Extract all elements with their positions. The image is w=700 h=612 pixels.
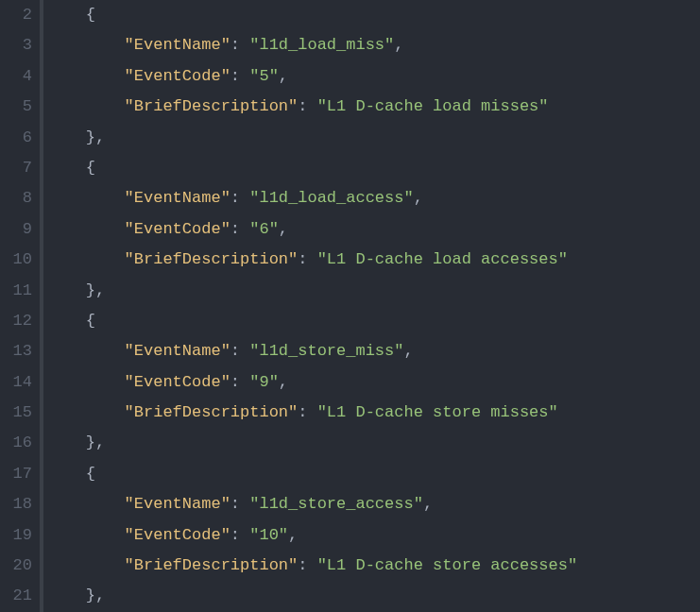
- code-line[interactable]: "EventName": "l1d_load_access",: [47, 183, 577, 213]
- token-k: "EventName": [47, 189, 230, 207]
- token-p: ,: [279, 220, 288, 238]
- token-p: ,: [394, 36, 403, 54]
- token-p: :: [298, 250, 316, 268]
- code-line[interactable]: },: [47, 276, 577, 306]
- code-line[interactable]: "BriefDescription": "L1 D-cache store mi…: [47, 398, 577, 428]
- token-p: :: [298, 403, 316, 421]
- code-line[interactable]: "EventCode": "9",: [47, 367, 577, 398]
- line-number: 5: [0, 92, 32, 122]
- code-line[interactable]: },: [47, 428, 577, 458]
- token-p: {: [47, 312, 95, 330]
- token-p: :: [230, 36, 249, 54]
- code-line[interactable]: "BriefDescription": "L1 D-cache load mis…: [47, 92, 577, 122]
- code-line[interactable]: },: [47, 123, 577, 153]
- token-p: ,: [288, 526, 298, 544]
- token-s: "L1 D-cache load misses": [317, 97, 549, 115]
- code-line[interactable]: "BriefDescription": "L1 D-cache load acc…: [47, 245, 577, 275]
- line-number-gutter: 23456789101112131415161718192021: [0, 0, 40, 612]
- token-k: "EventName": [47, 342, 230, 360]
- code-line[interactable]: "BriefDescription": "L1 D-cache store ac…: [47, 551, 577, 581]
- line-number: 7: [0, 153, 32, 183]
- token-p: :: [230, 342, 249, 360]
- code-line[interactable]: {: [47, 153, 577, 183]
- token-p: },: [47, 281, 105, 299]
- code-line[interactable]: {: [47, 306, 577, 336]
- token-s: "L1 D-cache store misses": [317, 403, 558, 421]
- token-s: "L1 D-cache store accesses": [317, 556, 577, 574]
- token-p: {: [47, 6, 95, 24]
- token-p: },: [47, 128, 105, 146]
- line-number: 17: [0, 459, 32, 489]
- token-p: :: [298, 97, 316, 115]
- token-k: "EventCode": [47, 220, 230, 238]
- token-s: "6": [249, 220, 279, 238]
- token-k: "BriefDescription": [47, 250, 298, 268]
- code-line[interactable]: "EventCode": "6",: [47, 214, 577, 245]
- code-area[interactable]: { "EventName": "l1d_load_miss", "EventCo…: [43, 0, 577, 612]
- line-number: 3: [0, 30, 32, 60]
- token-s: "5": [249, 67, 279, 85]
- token-p: },: [47, 434, 105, 451]
- line-number: 2: [0, 0, 32, 30]
- token-p: :: [230, 67, 249, 85]
- token-k: "EventCode": [47, 373, 230, 391]
- code-line[interactable]: },: [47, 581, 577, 611]
- line-number: 16: [0, 428, 32, 458]
- code-editor[interactable]: 23456789101112131415161718192021 { "Even…: [0, 0, 700, 612]
- token-k: "EventCode": [47, 67, 230, 85]
- line-number: 12: [0, 306, 32, 336]
- token-p: :: [230, 220, 249, 238]
- token-p: ,: [414, 189, 423, 207]
- token-k: "BriefDescription": [47, 556, 298, 574]
- token-p: :: [230, 373, 249, 391]
- token-p: :: [230, 526, 249, 544]
- line-number: 13: [0, 336, 32, 366]
- token-k: "BriefDescription": [47, 97, 298, 115]
- code-line[interactable]: "EventName": "l1d_load_miss",: [47, 30, 577, 60]
- token-k: "BriefDescription": [47, 403, 298, 421]
- line-number: 14: [0, 367, 32, 398]
- token-s: "l1d_store_access": [249, 495, 423, 513]
- token-s: "l1d_load_access": [249, 189, 413, 207]
- token-s: "L1 D-cache load accesses": [317, 250, 568, 268]
- token-k: "EventCode": [47, 526, 230, 544]
- line-number: 15: [0, 398, 32, 428]
- line-number: 6: [0, 123, 32, 153]
- line-number: 21: [0, 581, 32, 611]
- token-p: ,: [279, 67, 288, 85]
- line-number: 20: [0, 551, 32, 581]
- token-p: },: [47, 586, 105, 604]
- token-p: :: [230, 189, 249, 207]
- code-line[interactable]: {: [47, 459, 577, 489]
- line-number: 10: [0, 245, 32, 275]
- token-p: ,: [279, 373, 288, 391]
- code-line[interactable]: "EventCode": "10",: [47, 520, 577, 551]
- token-s: "10": [249, 526, 288, 544]
- token-k: "EventName": [47, 36, 230, 54]
- line-number: 9: [0, 214, 32, 245]
- token-p: ,: [423, 495, 433, 513]
- token-p: {: [47, 465, 95, 483]
- code-line[interactable]: "EventName": "l1d_store_miss",: [47, 336, 577, 366]
- code-line[interactable]: "EventName": "l1d_store_access",: [47, 489, 577, 519]
- token-s: "l1d_store_miss": [249, 342, 403, 360]
- code-line[interactable]: {: [47, 0, 577, 30]
- token-k: "EventName": [47, 495, 230, 513]
- line-number: 11: [0, 276, 32, 306]
- token-p: :: [298, 556, 316, 574]
- token-p: :: [230, 495, 249, 513]
- line-number: 18: [0, 489, 32, 519]
- code-line[interactable]: "EventCode": "5",: [47, 61, 577, 92]
- token-s: "9": [249, 373, 279, 391]
- token-p: {: [47, 159, 95, 177]
- token-p: ,: [403, 342, 413, 360]
- token-s: "l1d_load_miss": [249, 36, 394, 54]
- line-number: 8: [0, 183, 32, 213]
- line-number: 4: [0, 61, 32, 92]
- line-number: 19: [0, 520, 32, 551]
